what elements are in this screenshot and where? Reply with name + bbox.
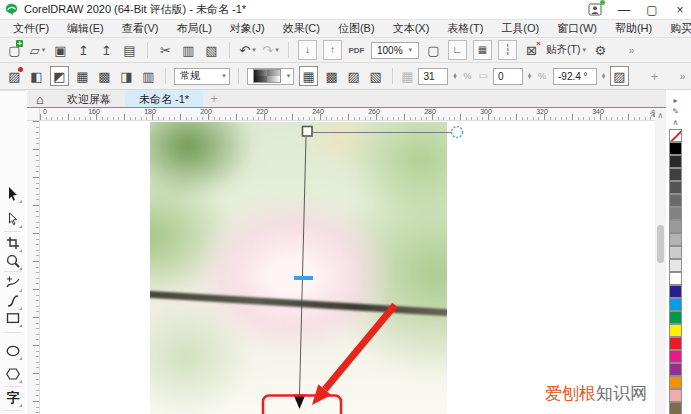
polygon-tool[interactable]	[3, 364, 23, 384]
snap-toggle-button[interactable]: ⊠×	[523, 41, 540, 59]
fountain-midpoint-slider[interactable]	[294, 276, 313, 280]
bitmap-transparency-button[interactable]: ◨	[118, 67, 135, 85]
color-swatch[interactable]	[669, 389, 682, 402]
crop-tool[interactable]	[3, 233, 23, 253]
pattern-transparency-button[interactable]: ▦	[74, 67, 91, 85]
color-swatch[interactable]	[669, 298, 682, 311]
color-swatch[interactable]	[669, 324, 682, 337]
color-swatch[interactable]	[669, 311, 682, 324]
import-button[interactable]: ↓	[298, 40, 317, 60]
new-tab-button[interactable]: +	[203, 90, 225, 108]
rectangular-fountain-button[interactable]: ▧	[367, 67, 384, 85]
scrollbar-thumb[interactable]	[657, 225, 664, 263]
palette-flyout-icon[interactable]: ▸	[667, 95, 684, 106]
rectangle-tool[interactable]	[3, 308, 23, 328]
color-swatch[interactable]	[669, 142, 682, 155]
signin-account-icon[interactable]	[588, 2, 603, 17]
color-swatch[interactable]	[669, 350, 682, 363]
maximize-button[interactable]: ▢	[645, 3, 659, 17]
menu-item[interactable]: 表格(T)	[438, 21, 492, 36]
uniform-transparency-button[interactable]: ◧	[28, 67, 45, 85]
color-swatch[interactable]	[669, 129, 682, 142]
menu-item[interactable]: 布局(L)	[167, 21, 220, 36]
rotation-angle-input[interactable]: -92.4 °	[553, 68, 597, 85]
new-document-button[interactable]: ▢+	[6, 41, 23, 59]
options-button[interactable]: ⚙	[592, 41, 609, 59]
linear-fountain-button[interactable]: ▦	[299, 66, 318, 86]
shape-tool[interactable]	[3, 209, 23, 229]
color-swatch[interactable]	[669, 181, 682, 194]
close-button[interactable]: ×	[673, 3, 687, 17]
transparency-spinner[interactable]: ▴▾	[453, 73, 456, 80]
node-transparency-input[interactable]: 0	[493, 68, 523, 85]
transparency-picker[interactable]: ▾	[247, 68, 295, 85]
node-transparency-spinner[interactable]: ▴▾	[528, 73, 531, 80]
upload-alt-button[interactable]: ↥	[98, 41, 115, 59]
menu-item[interactable]: 购买	[661, 21, 691, 36]
pick-tool[interactable]	[3, 184, 23, 204]
scroll-up-arrow[interactable]: ∧	[655, 111, 666, 120]
ellipse-tool[interactable]	[3, 341, 23, 361]
redo-button[interactable]: ↷▾	[262, 41, 279, 59]
color-transparency-button[interactable]: ▥	[140, 67, 157, 85]
copy-button[interactable]: ▥	[180, 41, 197, 59]
show-grid-button[interactable]: ▦	[473, 40, 492, 60]
color-swatch[interactable]	[669, 259, 682, 272]
vertical-scrollbar[interactable]: ∧	[655, 110, 666, 414]
menu-item[interactable]: 位图(B)	[329, 21, 384, 36]
ruler-origin-corner[interactable]	[27, 108, 40, 121]
freehand-tool[interactable]	[3, 273, 23, 293]
fountain-start-handle[interactable]	[303, 127, 313, 137]
publish-pdf-button[interactable]: PDF	[348, 41, 365, 59]
tab-welcome-screen[interactable]: 欢迎屏幕	[53, 90, 125, 108]
color-swatch[interactable]	[669, 337, 682, 350]
fountain-transparency-button[interactable]: ◩	[50, 66, 69, 86]
color-swatch[interactable]	[669, 168, 682, 181]
color-swatch[interactable]	[669, 220, 682, 233]
print-button[interactable]: ▤	[121, 41, 138, 59]
color-swatch[interactable]	[669, 363, 682, 376]
transparency-value-input[interactable]: 31	[418, 68, 448, 85]
color-swatch[interactable]	[669, 402, 682, 414]
menu-item[interactable]: 窗口(W)	[548, 21, 606, 36]
menu-item[interactable]: 效果(C)	[274, 21, 329, 36]
merge-mode-select[interactable]: 常规▾	[174, 68, 230, 85]
tab-untitled-document[interactable]: 未命名 -1*	[125, 90, 203, 108]
export-button[interactable]: ↑	[323, 40, 342, 60]
menu-item[interactable]: 编辑(E)	[58, 21, 113, 36]
zoom-tool[interactable]	[3, 251, 23, 271]
save-button[interactable]: ▣	[52, 41, 69, 59]
horizontal-ruler[interactable]: 毫米 0160180200220240260280300320340	[40, 108, 666, 121]
conical-fountain-button[interactable]: ▨	[345, 67, 362, 85]
radial-fountain-button[interactable]: ▩	[323, 67, 340, 85]
eyedropper-icon[interactable]: ✎	[667, 106, 684, 117]
freeze-transparency-button[interactable]: ▨	[610, 66, 629, 86]
add-preset-button[interactable]: +	[646, 67, 663, 85]
color-swatch[interactable]	[669, 194, 682, 207]
drawing-canvas[interactable]: 爱刨根知识网	[40, 121, 655, 414]
color-swatch[interactable]	[669, 285, 682, 298]
zoom-level-select[interactable]: 100%▾	[371, 42, 419, 59]
cut-button[interactable]: ✂	[157, 41, 174, 59]
color-swatch[interactable]	[669, 207, 682, 220]
color-swatch[interactable]	[669, 376, 682, 389]
home-tab-button[interactable]: ⌂	[27, 90, 53, 108]
minimize-button[interactable]: —	[617, 3, 631, 17]
no-transparency-button[interactable]: ▨	[6, 67, 23, 85]
undo-button[interactable]: ↶▾	[239, 41, 256, 59]
palette-scroll-up-icon[interactable]: ∧	[667, 117, 684, 128]
open-button[interactable]: ▱▾	[29, 41, 46, 59]
menu-item[interactable]: 查看(V)	[113, 21, 168, 36]
text-tool[interactable]: 字	[3, 388, 23, 408]
upload-button[interactable]: ↥	[75, 41, 92, 59]
toolbar-overflow-button[interactable]: »	[623, 41, 640, 59]
color-swatch[interactable]	[669, 233, 682, 246]
color-swatch[interactable]	[669, 272, 682, 285]
show-rulers-button[interactable]: ∟	[448, 40, 467, 60]
color-swatch[interactable]	[669, 246, 682, 259]
menu-item[interactable]: 帮助(H)	[606, 21, 661, 36]
fullscreen-preview-button[interactable]: ▢	[425, 41, 442, 59]
rotation-angle-spinner[interactable]: ▴▾	[602, 73, 605, 80]
menu-item[interactable]: 文本(X)	[384, 21, 439, 36]
menu-item[interactable]: 文件(F)	[4, 21, 58, 36]
